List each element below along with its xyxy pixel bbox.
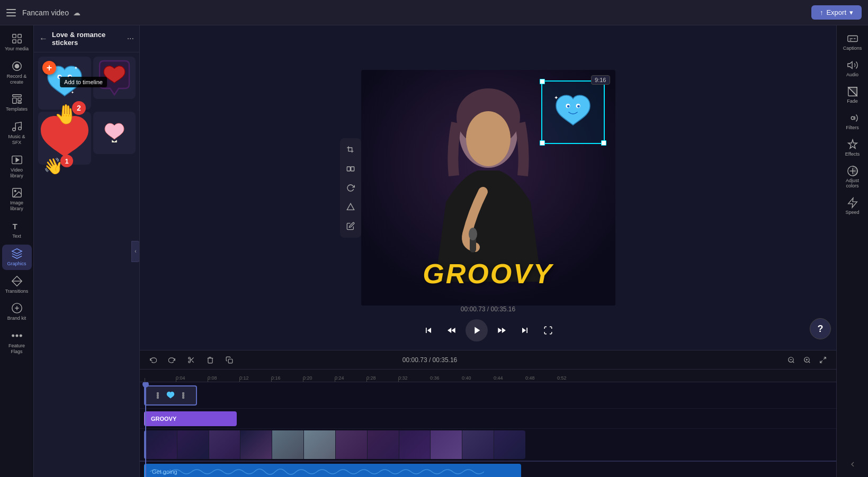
edit-tool-button[interactable] [342,218,359,235]
sidebar-label-image-library: Imagelibrary [10,200,23,212]
zoom-in-button[interactable] [800,353,814,367]
right-panel-collapse[interactable] [839,460,866,473]
right-panel-audio[interactable]: Audio [839,56,866,80]
sidebar-item-record-create[interactable]: Record &create [2,57,32,88]
aspect-ratio-badge: 9:16 [591,75,610,85]
right-panel-speed[interactable]: Speed [839,194,866,218]
sidebar-item-graphics[interactable]: Graphics [2,245,32,270]
fullscreen-button[interactable] [539,321,558,340]
zoom-controls [784,353,830,367]
sidebar-item-feature-flags[interactable]: FeatureFlags [2,327,32,358]
svg-text:T: T [12,222,17,230]
svg-rect-3 [17,40,21,43]
sidebar-item-video-library[interactable]: Video library [2,151,32,182]
right-panel-fade[interactable]: Fade [839,83,866,107]
right-panel-filters[interactable]: Filters [839,109,866,133]
menu-button[interactable] [6,8,16,17]
flip-tool-button[interactable] [342,160,359,177]
right-panel-captions[interactable]: Captions [839,30,866,54]
svg-point-40 [567,105,569,107]
export-button[interactable]: ↑ Export ▾ [811,5,862,20]
rotate-tool-button[interactable] [342,179,359,196]
sticker-track [140,382,836,409]
sticker-clip[interactable] [144,385,197,406]
sidebar-item-music-sfx[interactable]: Music & SFX [2,118,32,149]
sidebar-label-brand-kit: Brand kit [7,316,26,321]
feature-flags-icon [11,330,23,341]
sidebar-label-feature-flags: FeatureFlags [8,343,25,355]
sticker-dark-heart-bubble[interactable] [93,57,136,99]
right-panel-effects[interactable]: Effects [839,136,866,160]
selection-handle-bl[interactable] [540,140,545,146]
svg-text:✦: ✦ [71,90,74,95]
redo-button[interactable] [165,353,179,367]
graphics-icon [11,248,23,259]
back-button[interactable]: ← [39,34,48,43]
export-chevron-icon: ▾ [849,8,853,16]
video-clip[interactable] [144,430,525,459]
crop-tool-button[interactable] [342,141,359,158]
play-button[interactable] [466,319,488,341]
unsaved-icon: ☁ [73,8,80,17]
time-current: 00:00.73 [461,305,486,313]
sidebar-item-transitions[interactable]: Trans­itions [2,272,32,298]
text-clip[interactable]: GROOVY [144,411,237,426]
svg-point-10 [12,128,15,131]
skip-forward-button[interactable] [515,321,534,340]
collapse-panel-button[interactable]: ‹ [131,241,140,262]
sticker-on-canvas: ✦ [552,91,594,133]
timeline-time-display: 00:00.73 / 00:35.16 [402,356,457,364]
triangle-tool-button[interactable] [342,199,359,215]
svg-point-15 [14,191,16,192]
text-clip-label: GROOVY [151,416,176,422]
svg-point-41 [577,105,580,107]
right-panel-adjust-colors[interactable]: Adjustcolors [839,162,866,192]
sidebar-item-image-library[interactable]: Imagelibrary [2,184,32,215]
svg-text:✦: ✦ [74,66,78,70]
sidebar-item-your-media[interactable]: Your media [2,30,32,55]
video-frame[interactable]: GROOVY ✦ [361,70,615,305]
sticker-small-heart[interactable] [93,112,136,154]
svg-rect-6 [12,95,21,97]
scissors-button[interactable] [184,353,198,367]
cursor-badge-2: 2 [72,101,86,115]
zoom-out-button[interactable] [784,353,798,367]
export-label: Export [826,8,846,16]
delete-button[interactable] [203,353,217,367]
skip-back-button[interactable] [419,321,438,340]
svg-point-19 [12,335,14,337]
panel-title: Love & romance stickers [52,31,123,47]
expand-timeline-button[interactable] [816,353,830,367]
sidebar-item-brand-kit[interactable]: Brand kit [2,299,32,325]
svg-point-23 [59,76,61,78]
sticker-blue-heart[interactable]: ✦ ✦ ✦ Add to timeline + 🤚 2 [38,57,91,110]
sticker-overlay[interactable]: ✦ [541,80,605,144]
topbar-right: ↑ Export ▾ [811,5,862,20]
svg-marker-68 [847,62,852,69]
canvas-viewport: GROOVY ✦ [140,25,836,350]
captions-icon [847,33,858,44]
rewind-button[interactable] [442,321,461,340]
duplicate-button[interactable] [222,353,236,367]
sidebar-item-templates[interactable]: Templates [2,90,32,115]
sidebar-item-text[interactable]: T Text [2,217,32,242]
add-plus-button[interactable]: + [42,61,56,75]
svg-rect-61 [183,392,184,393]
undo-button[interactable] [146,353,160,367]
selection-handle-tl[interactable] [540,79,545,84]
forward-button[interactable] [492,321,511,340]
sidebar-label-transitions: Trans­itions [5,289,29,294]
image-library-icon [11,187,23,199]
timeline-content: 0:04 0:08 0:12 0:16 0:20 0:24 [140,370,836,477]
selection-handle-br[interactable] [601,140,606,146]
help-button[interactable]: ? [810,318,831,339]
topbar-center: Fancam video ☁ [22,8,805,17]
more-options-button[interactable]: ··· [127,34,134,43]
canvas-toolbar [340,138,361,238]
effects-icon [847,139,858,150]
timeline-ruler: 0:04 0:08 0:12 0:16 0:20 0:24 [140,370,836,382]
audio-clip[interactable]: Get going [144,464,521,478]
svg-line-56 [824,357,826,359]
sticker-red-heart[interactable]: 👋 1 [38,112,91,165]
main-layout: Your media Record &create Templates Musi… [0,25,868,477]
